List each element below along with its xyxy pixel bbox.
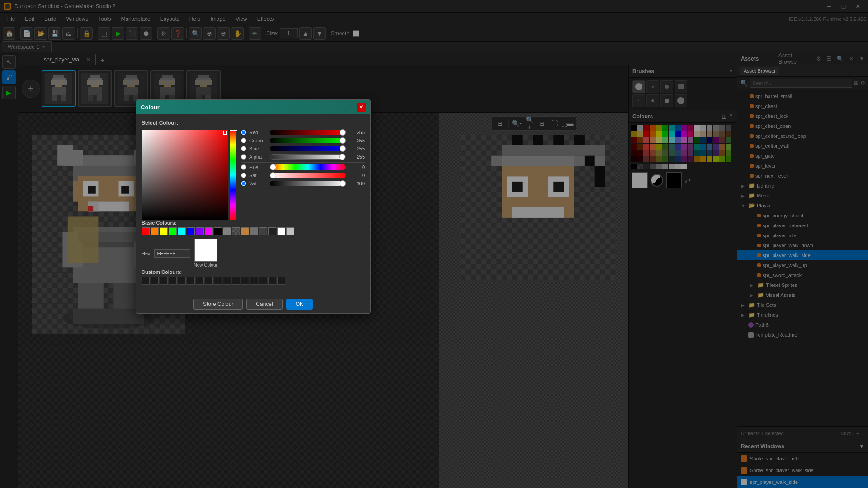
- red-slider[interactable]: [270, 130, 346, 135]
- green-row: Green 255: [241, 138, 365, 143]
- custom-colours-label: Custom Colours:: [142, 269, 365, 275]
- basic-colour-black[interactable]: [214, 227, 222, 235]
- custom-colour-10[interactable]: [223, 277, 231, 285]
- colour-dialog-footer: Store Colour Cancel OK: [136, 295, 370, 313]
- red-value: 255: [349, 130, 365, 135]
- new-colour-swatch: [194, 239, 217, 262]
- blue-radio[interactable]: [241, 146, 246, 151]
- custom-colours-grid: [142, 277, 365, 285]
- hue-label: Hue: [249, 164, 267, 170]
- ok-button[interactable]: OK: [286, 299, 313, 310]
- custom-colour-7[interactable]: [196, 277, 204, 285]
- colour-picker-cursor: [223, 131, 227, 135]
- store-colour-button[interactable]: Store Colour: [193, 299, 243, 310]
- basic-colours-label: Basic Colours:: [142, 220, 365, 225]
- colour-dialog-title: Colour: [141, 104, 357, 111]
- basic-colour-red[interactable]: [142, 227, 150, 235]
- colour-dialog: Colour ✕ Select Colour:: [136, 99, 371, 314]
- red-row: Red 255: [241, 130, 365, 135]
- custom-colour-8[interactable]: [205, 277, 213, 285]
- alpha-radio[interactable]: [241, 154, 246, 160]
- colour-main: Red 255 Green 255 Blue: [142, 130, 365, 220]
- colour-dialog-close-button[interactable]: ✕: [357, 103, 366, 112]
- hue-row: Hue 0: [241, 164, 365, 170]
- colour-dialog-overlay: Colour ✕ Select Colour:: [0, 0, 868, 488]
- select-colour-label: Select Colour:: [142, 120, 365, 126]
- colour-dialog-header: Colour ✕: [136, 100, 370, 114]
- hue-indicator: [229, 130, 237, 131]
- basic-colour-cyan[interactable]: [178, 227, 186, 235]
- new-colour-container: New Colour: [194, 239, 217, 267]
- colour-controls: Red 255 Green 255 Blue: [241, 130, 365, 220]
- red-radio[interactable]: [241, 130, 246, 135]
- red-label: Red: [249, 130, 267, 135]
- green-value: 255: [349, 138, 365, 143]
- sat-radio[interactable]: [241, 173, 246, 178]
- sat-row: Sat 0: [241, 173, 365, 178]
- basic-colour-green[interactable]: [169, 227, 177, 235]
- basic-colour-darkest[interactable]: [268, 227, 276, 235]
- green-radio[interactable]: [241, 138, 246, 143]
- val-slider[interactable]: [270, 181, 346, 186]
- hex-row: Hex FFFFFF New Colour: [142, 239, 365, 267]
- custom-colour-5[interactable]: [178, 277, 186, 285]
- basic-colour-orange[interactable]: [151, 227, 159, 235]
- basic-colour-yellow[interactable]: [160, 227, 168, 235]
- hue-slider[interactable]: [270, 164, 346, 170]
- custom-colour-2[interactable]: [151, 277, 159, 285]
- custom-colour-1[interactable]: [142, 277, 150, 285]
- basic-colour-transparent[interactable]: [232, 227, 240, 235]
- hue-value: 0: [349, 164, 365, 170]
- basic-colour-magenta[interactable]: [205, 227, 213, 235]
- custom-colour-6[interactable]: [187, 277, 195, 285]
- alpha-slider[interactable]: [270, 154, 346, 160]
- custom-colour-16[interactable]: [277, 277, 285, 285]
- basic-colours-grid: [142, 227, 365, 235]
- blue-label: Blue: [249, 146, 267, 151]
- basic-colour-brown[interactable]: [241, 227, 249, 235]
- cancel-button[interactable]: Cancel: [246, 299, 282, 310]
- green-slider[interactable]: [270, 138, 346, 143]
- val-value: 100: [349, 181, 365, 186]
- basic-colour-darker-gray[interactable]: [259, 227, 267, 235]
- custom-colour-9[interactable]: [214, 277, 222, 285]
- colour-dialog-body: Select Colour:: [136, 114, 370, 295]
- custom-colour-3[interactable]: [160, 277, 168, 285]
- sat-value: 0: [349, 173, 365, 178]
- custom-colour-4[interactable]: [169, 277, 177, 285]
- colour-picker-area: [142, 130, 236, 220]
- sat-slider[interactable]: [270, 173, 346, 178]
- new-colour-label: New Colour: [194, 263, 217, 267]
- custom-colour-11[interactable]: [232, 277, 240, 285]
- alpha-label: Alpha: [249, 154, 267, 160]
- val-radio[interactable]: [241, 181, 246, 186]
- alpha-row: Alpha 255: [241, 154, 365, 160]
- hue-radio[interactable]: [241, 164, 246, 170]
- basic-colour-gray[interactable]: [223, 227, 231, 235]
- alpha-value: 255: [349, 154, 365, 160]
- green-label: Green: [249, 138, 267, 143]
- blue-slider[interactable]: [270, 146, 346, 151]
- hex-label: Hex: [142, 251, 151, 256]
- blue-value: 255: [349, 146, 365, 151]
- blue-row: Blue 255: [241, 146, 365, 151]
- custom-colour-14[interactable]: [259, 277, 267, 285]
- custom-colour-12[interactable]: [241, 277, 249, 285]
- basic-colour-violet[interactable]: [196, 227, 204, 235]
- custom-colour-15[interactable]: [268, 277, 276, 285]
- basic-colour-dark-gray[interactable]: [250, 227, 258, 235]
- sat-label: Sat: [249, 173, 267, 178]
- colour-picker-gradient[interactable]: [142, 130, 228, 220]
- hue-bar[interactable]: [230, 130, 236, 220]
- basic-colour-silver[interactable]: [286, 227, 294, 235]
- val-label: Val: [249, 181, 267, 186]
- basic-colour-blue[interactable]: [187, 227, 195, 235]
- val-row: Val 100: [241, 181, 365, 186]
- hex-input[interactable]: FFFFFF: [154, 249, 190, 258]
- basic-colour-white[interactable]: [277, 227, 285, 235]
- custom-colour-13[interactable]: [250, 277, 258, 285]
